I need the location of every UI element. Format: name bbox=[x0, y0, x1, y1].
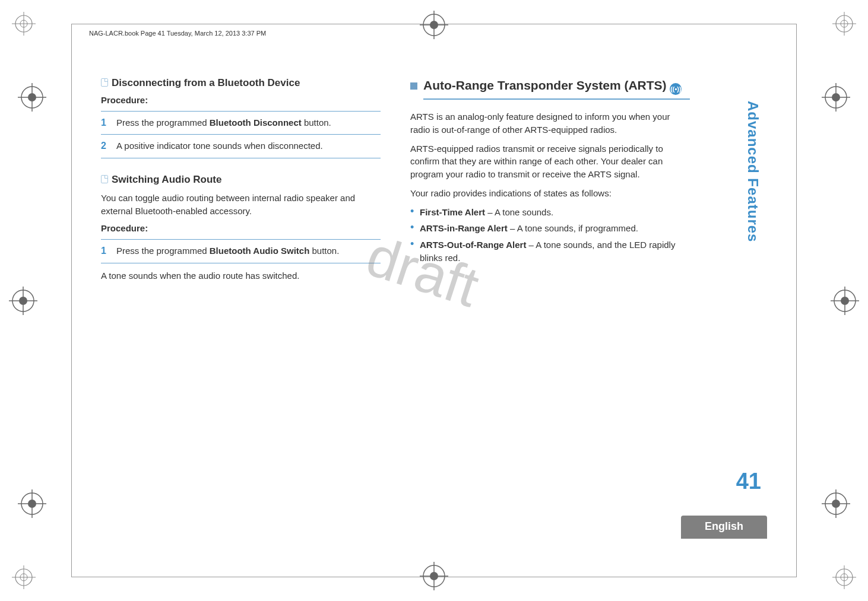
step-1: 1 Press the programmed Bluetooth Disconn… bbox=[101, 113, 381, 133]
paragraph: ARTS is an analog-only feature designed … bbox=[410, 110, 690, 136]
step-text: A positive indicator tone sounds when di… bbox=[116, 139, 323, 152]
step-text: Press the programmed Bluetooth Disconnec… bbox=[116, 116, 331, 129]
heading-text: Auto-Range Transponder System (ARTS) ((•… bbox=[423, 77, 690, 95]
registration-mark-icon bbox=[18, 83, 46, 112]
registration-mark-icon bbox=[822, 489, 850, 518]
book-header: NAG-LACR.book Page 41 Tuesday, March 12,… bbox=[89, 30, 266, 37]
right-column: Auto-Range Transponder System (ARTS) ((•… bbox=[410, 77, 690, 524]
heading-text: Disconnecting from a Bluetooth Device bbox=[112, 77, 300, 88]
heading-text: Switching Audio Route bbox=[112, 174, 221, 185]
square-bullet-icon bbox=[410, 82, 417, 90]
disconnect-heading: Disconnecting from a Bluetooth Device bbox=[101, 77, 381, 89]
crop-mark-icon bbox=[832, 12, 856, 36]
language-tab: English bbox=[681, 516, 767, 539]
paragraph: Your radio provides indications of state… bbox=[410, 187, 690, 200]
paragraph: ARTS-equipped radios transmit or receive… bbox=[410, 142, 690, 181]
list-item: First-Time Alert – A tone sounds. bbox=[410, 206, 690, 219]
registration-mark-icon bbox=[822, 83, 850, 112]
paragraph: A tone sounds when the audio route has s… bbox=[101, 269, 381, 282]
crop-mark-icon bbox=[832, 565, 856, 589]
document-icon bbox=[101, 78, 108, 87]
step-number: 1 bbox=[101, 244, 109, 257]
section-tab: Advanced Features bbox=[745, 101, 761, 242]
registration-mark-icon bbox=[420, 11, 448, 39]
content-area: Disconnecting from a Bluetooth Device Pr… bbox=[101, 77, 690, 524]
list-item: ARTS-Out-of-Range Alert – A tone sounds,… bbox=[410, 239, 690, 265]
crop-mark-icon bbox=[12, 565, 36, 589]
step-number: 2 bbox=[101, 139, 109, 152]
paragraph: You can toggle audio routing between int… bbox=[101, 192, 381, 218]
step-number: 1 bbox=[101, 116, 109, 129]
registration-mark-icon bbox=[9, 287, 37, 315]
page-number: 41 bbox=[736, 469, 761, 494]
procedure-label: Procedure: bbox=[101, 95, 381, 105]
list-item: ARTS-in-Range Alert – A tone sounds, if … bbox=[410, 222, 690, 235]
document-icon bbox=[101, 175, 108, 183]
arts-heading: Auto-Range Transponder System (ARTS) ((•… bbox=[410, 77, 690, 95]
antenna-icon: ((•)) bbox=[670, 83, 682, 95]
procedure-label: Procedure: bbox=[101, 223, 381, 233]
switching-heading: Switching Audio Route bbox=[101, 174, 381, 186]
left-column: Disconnecting from a Bluetooth Device Pr… bbox=[101, 77, 381, 524]
step-1b: 1 Press the programmed Bluetooth Audio S… bbox=[101, 241, 381, 261]
registration-mark-icon bbox=[831, 287, 859, 315]
alert-list: First-Time Alert – A tone sounds. ARTS-i… bbox=[410, 206, 690, 265]
step-2: 2 A positive indicator tone sounds when … bbox=[101, 136, 381, 156]
registration-mark-icon bbox=[18, 489, 46, 518]
registration-mark-icon bbox=[420, 562, 448, 590]
crop-mark-icon bbox=[12, 12, 36, 36]
step-text: Press the programmed Bluetooth Audio Swi… bbox=[116, 244, 339, 257]
